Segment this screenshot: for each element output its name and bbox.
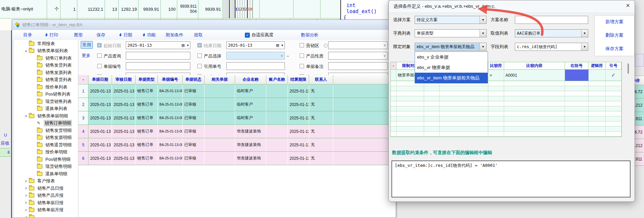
condition-empty-row[interactable] bbox=[391, 126, 621, 132]
scrollbar-thumb[interactable] bbox=[628, 64, 629, 74]
toolbar-extra-conditions[interactable]: 附加条件 bbox=[166, 32, 183, 38]
dropdown-option[interactable]: ebs_vr 物资单据 bbox=[415, 62, 488, 73]
tree-item[interactable]: ✎销售订单明细 bbox=[14, 120, 78, 127]
checkbox-checked-icon[interactable]: ✓ bbox=[245, 33, 250, 38]
tree-item[interactable]: 销售退货列表 bbox=[14, 76, 78, 84]
tree-item[interactable]: 常用报表 bbox=[14, 40, 78, 47]
radio-icon[interactable] bbox=[324, 44, 328, 47]
column-header[interactable]: 审核日期 bbox=[112, 75, 136, 84]
condition-empty-row[interactable] bbox=[391, 96, 621, 101]
column-header[interactable]: 单据编号 bbox=[158, 75, 183, 84]
tree-item[interactable]: 销售退货明细 bbox=[14, 141, 78, 149]
dropdown-button-icon[interactable]: ▼ bbox=[480, 43, 486, 50]
condition-cell[interactable]: = bbox=[488, 70, 504, 81]
tree-item[interactable]: >客户报表 bbox=[14, 178, 78, 185]
filter-checkbox[interactable] bbox=[300, 43, 304, 47]
select-plan-combo[interactable]: 待定义方案 ▼ bbox=[415, 16, 487, 24]
table-row[interactable]: 62025-01-132025-01-13销售订单BA-25-01-13-000… bbox=[78, 152, 395, 165]
text-input[interactable] bbox=[126, 62, 190, 70]
dropdown-option[interactable]: ebs_vr_item 物资单据相关物品 bbox=[415, 73, 488, 83]
column-header[interactable]: 账户名称 bbox=[266, 75, 288, 84]
tree-item[interactable]: 退换单列表 bbox=[14, 105, 78, 113]
chevron-closed-icon[interactable]: > bbox=[23, 194, 29, 197]
condition-cell[interactable] bbox=[391, 70, 396, 81]
dropdown-button-icon[interactable]: ▼ bbox=[581, 43, 588, 50]
condition-cell[interactable]: A0001 bbox=[504, 70, 565, 81]
table-row[interactable]: 52025-01-132025-01-13销售订单BA-25-01-13-000… bbox=[78, 138, 395, 152]
filter-checkbox[interactable] bbox=[197, 64, 202, 68]
plan-name-input[interactable] bbox=[515, 16, 588, 24]
column-header[interactable]: 联系人 bbox=[309, 75, 333, 84]
combo-input[interactable]: ∨ bbox=[226, 52, 285, 60]
toolbar-print[interactable]: 打印 bbox=[45, 32, 58, 38]
tree-item[interactable]: >销售产品日报 bbox=[14, 185, 78, 192]
calendar-icon[interactable]: ▦ bbox=[275, 43, 280, 47]
condition-cell[interactable] bbox=[565, 70, 589, 81]
text-input[interactable] bbox=[328, 62, 388, 70]
tree-item[interactable]: 销售订单列表 bbox=[14, 54, 78, 62]
chevron-closed-icon[interactable]: > bbox=[23, 179, 29, 183]
chevron-open-icon[interactable]: ∨ bbox=[23, 49, 29, 53]
data-analysis-button[interactable]: 数据分析 bbox=[301, 32, 318, 38]
condition-empty-row[interactable] bbox=[391, 111, 621, 116]
save-plan-button[interactable]: 保存方案 bbox=[595, 46, 634, 52]
tree-item[interactable]: 现货销售列表 bbox=[14, 98, 78, 105]
condition-editor[interactable]: [ebs_vr_item:]c.res_id[物资代码] = 'A0001' bbox=[391, 160, 631, 197]
column-header[interactable]: 相关单据 bbox=[204, 75, 235, 84]
table-row[interactable]: 12025-01-132025-01-13销售订单BA-25-01-13-000… bbox=[78, 84, 395, 98]
filter-checkbox[interactable] bbox=[97, 64, 102, 68]
chevron-open-icon[interactable]: ∨ bbox=[23, 114, 29, 118]
tree-item[interactable]: 销售发货明细 bbox=[14, 127, 78, 134]
filter-checkbox[interactable]: ✓ bbox=[197, 43, 202, 47]
value-list-combo[interactable]: AA[采购订单] ▼ bbox=[515, 29, 588, 37]
toolbar-save[interactable]: 保存 bbox=[97, 32, 105, 38]
tree-item[interactable]: 现货销售明细 bbox=[14, 163, 78, 171]
chevron-closed-icon[interactable]: > bbox=[23, 186, 29, 190]
dropdown-button-icon[interactable]: ▼ bbox=[480, 30, 486, 37]
dropdown-icon[interactable]: ▼ bbox=[186, 44, 190, 47]
chevron-closed-icon[interactable]: > bbox=[23, 201, 29, 205]
condition-empty-row[interactable] bbox=[391, 86, 621, 91]
tree-item[interactable]: 销售发票列表 bbox=[14, 69, 78, 76]
dict-list-combo[interactable]: 单据类型 ▼ bbox=[415, 29, 487, 37]
tree-item[interactable]: 报价单列表 bbox=[14, 83, 78, 91]
tree-item[interactable]: ∨销售类单据明细 bbox=[14, 112, 78, 120]
tree-item[interactable]: Pos销售列表 bbox=[14, 91, 78, 98]
common-filters-button[interactable]: 常用 bbox=[81, 41, 93, 49]
chevron-down-icon[interactable]: ∨ bbox=[382, 43, 387, 47]
table-row[interactable]: 32025-01-132025-01-13销售订单BA-25-01-13-000… bbox=[78, 111, 395, 125]
tree-item[interactable]: >销售单据月报 bbox=[14, 207, 78, 214]
close-icon[interactable]: × bbox=[626, 2, 630, 9]
more-filters-button[interactable]: 更多 bbox=[82, 52, 90, 59]
toolbar-catalog[interactable]: 目录 bbox=[23, 32, 32, 38]
toolbar-date[interactable]: 日期 bbox=[119, 32, 132, 38]
column-header[interactable]: 企业名称 bbox=[235, 75, 266, 84]
filter-checkbox[interactable] bbox=[197, 53, 202, 58]
limit-object-combo[interactable]: ebs_vr_item 物资单据相关物品 ▼ bbox=[415, 43, 487, 51]
tree-item[interactable]: >销售单据日报 bbox=[14, 199, 78, 207]
chevron-closed-icon[interactable]: > bbox=[23, 215, 29, 217]
date-input[interactable]: 2025-01-13▦▼ bbox=[126, 41, 190, 49]
calendar-icon[interactable]: ▦ bbox=[181, 43, 186, 47]
filter-checkbox[interactable] bbox=[300, 53, 304, 58]
column-header[interactable]: 结算期限 bbox=[288, 75, 309, 84]
add-plan-button[interactable]: 新增方案 bbox=[595, 19, 634, 25]
condition-empty-row[interactable] bbox=[391, 101, 621, 106]
dialog-title-bar[interactable]: 选择条件定义 - ebs_v:a.+ebs_vr:b.+ebs_vr_item:… bbox=[389, 0, 635, 13]
tree-item[interactable]: > bbox=[14, 214, 78, 217]
condition-empty-row[interactable] bbox=[391, 121, 621, 126]
chevron-down-icon[interactable]: ∨ bbox=[382, 53, 387, 58]
table-row[interactable]: 42025-01-132025-01-13销售订单BA-25-01-13-000… bbox=[78, 125, 395, 138]
condition-empty-row[interactable] bbox=[391, 106, 621, 111]
date-input[interactable]: 2025-01-13▦▼ bbox=[226, 41, 285, 49]
toolbar-graph[interactable]: 图形 bbox=[74, 32, 83, 38]
field-list-combo[interactable]: c.res_id[物资代码] ▼ bbox=[515, 43, 588, 51]
dropdown-option[interactable]: ebs_v 企业单据 bbox=[415, 52, 488, 62]
combo-input[interactable]: ∨ bbox=[328, 52, 388, 60]
delete-plan-button[interactable]: 删除方案 bbox=[595, 32, 634, 38]
window-title-bar[interactable]: 销售订单明细 - vr_item_rep.BA bbox=[12, 20, 396, 30]
tree-item[interactable]: 退换单明细 bbox=[14, 170, 78, 178]
dropdown-icon[interactable]: ▼ bbox=[280, 44, 285, 47]
column-header[interactable]: 单据类型 bbox=[136, 75, 158, 84]
condition-cell[interactable] bbox=[589, 70, 606, 81]
